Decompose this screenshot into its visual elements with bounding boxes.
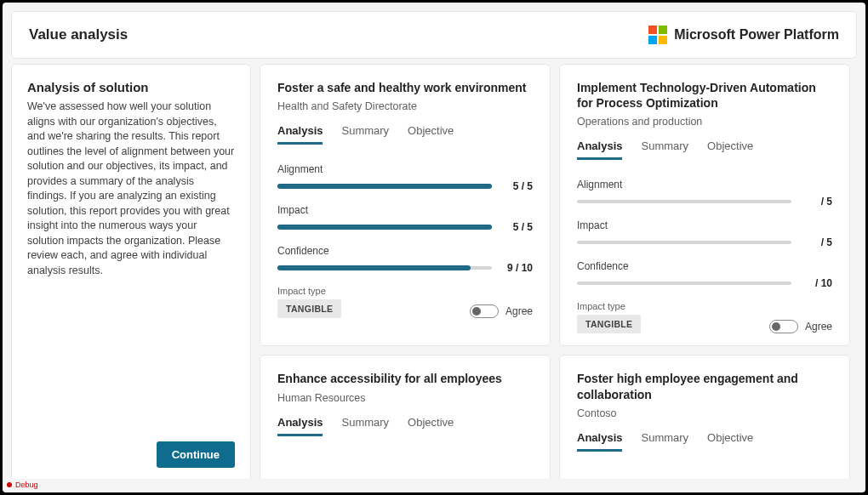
impact-label: Impact — [277, 204, 533, 216]
tab-analysis[interactable]: Analysis — [277, 416, 323, 436]
alignment-bar — [577, 200, 791, 203]
agree-label: Agree — [505, 305, 533, 317]
tab-analysis[interactable]: Analysis — [577, 431, 622, 452]
impact-type-label: Impact type — [277, 286, 341, 296]
tab-objective[interactable]: Objective — [707, 139, 753, 160]
header-bar: Value analysis Microsoft Power Platform — [11, 11, 857, 59]
brand-text: Microsoft Power Platform — [674, 27, 839, 43]
confidence-bar — [277, 266, 492, 270]
cards-grid[interactable]: Foster a safe and healthy work environme… — [260, 64, 857, 484]
objective-card: Foster high employee engagement and coll… — [559, 355, 850, 484]
sidebar-body: We've assessed how well your solution al… — [27, 100, 235, 278]
alignment-value: 5 / 5 — [502, 180, 533, 192]
brand-block: Microsoft Power Platform — [648, 26, 839, 44]
card-tabs: Analysis Summary Objective — [277, 416, 533, 436]
tab-analysis[interactable]: Analysis — [577, 139, 622, 160]
objective-card: Enhance accessibility for all employees … — [260, 355, 551, 484]
card-subtitle: Human Resources — [277, 392, 533, 404]
tab-objective[interactable]: Objective — [707, 431, 753, 452]
debug-dot-icon — [7, 482, 12, 487]
page-title: Value analysis — [29, 26, 128, 43]
tab-summary[interactable]: Summary — [641, 139, 688, 160]
debug-bar: Debug — [5, 479, 863, 490]
confidence-value: / 10 — [802, 277, 832, 289]
card-subtitle: Contoso — [577, 407, 832, 419]
impact-type-label: Impact type — [577, 301, 641, 311]
card-tabs: Analysis Summary Objective — [277, 124, 533, 145]
card-subtitle: Health and Safety Directorate — [277, 100, 533, 112]
tab-objective[interactable]: Objective — [408, 124, 454, 145]
agree-toggle[interactable] — [470, 304, 499, 318]
impact-bar — [277, 225, 492, 229]
impact-type-badge: TANGIBLE — [577, 315, 641, 333]
objective-card: Foster a safe and healthy work environme… — [260, 64, 551, 346]
card-title: Enhance accessibility for all employees — [277, 371, 533, 386]
impact-label: Impact — [577, 219, 832, 231]
agree-label: Agree — [805, 321, 832, 333]
alignment-label: Alignment — [577, 179, 832, 191]
alignment-bar — [277, 185, 492, 188]
impact-value: / 5 — [802, 236, 832, 248]
tab-summary[interactable]: Summary — [341, 416, 389, 436]
impact-type-badge: TANGIBLE — [277, 299, 341, 318]
tab-summary[interactable]: Summary — [641, 431, 688, 452]
card-title: Foster high employee engagement and coll… — [577, 371, 832, 401]
card-title: Implement Technology-Driven Automation f… — [577, 80, 832, 111]
agree-toggle[interactable] — [769, 320, 798, 333]
tab-analysis[interactable]: Analysis — [277, 124, 323, 145]
tab-summary[interactable]: Summary — [341, 124, 389, 145]
tab-objective[interactable]: Objective — [408, 416, 454, 436]
card-tabs: Analysis Summary Objective — [577, 431, 832, 452]
debug-label: Debug — [15, 481, 38, 489]
analysis-sidebar: Analysis of solution We've assessed how … — [11, 64, 251, 484]
alignment-value: / 5 — [802, 196, 832, 208]
objective-card: Implement Technology-Driven Automation f… — [559, 64, 850, 346]
impact-bar — [577, 241, 791, 244]
alignment-label: Alignment — [277, 163, 533, 175]
confidence-bar — [577, 282, 791, 285]
card-tabs: Analysis Summary Objective — [577, 139, 832, 160]
confidence-label: Confidence — [577, 260, 832, 272]
card-subtitle: Operations and production — [577, 116, 832, 128]
continue-button[interactable]: Continue — [157, 441, 235, 468]
impact-value: 5 / 5 — [502, 221, 533, 233]
confidence-label: Confidence — [277, 245, 533, 257]
microsoft-logo-icon — [648, 26, 667, 44]
sidebar-heading: Analysis of solution — [27, 80, 235, 94]
confidence-value: 9 / 10 — [502, 262, 533, 274]
card-title: Foster a safe and healthy work environme… — [277, 80, 533, 95]
